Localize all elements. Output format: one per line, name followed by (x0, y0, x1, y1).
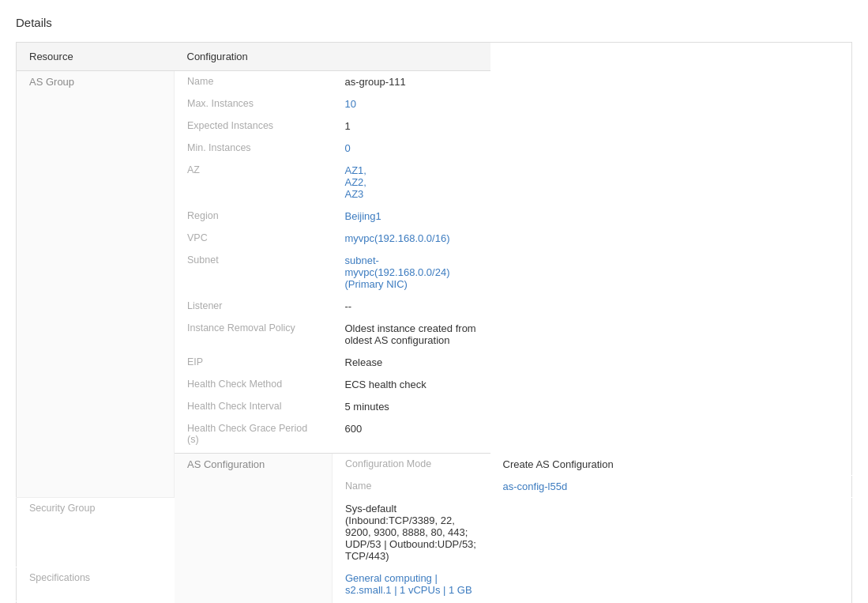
field-value: myvpc(192.168.0.0/16) (333, 228, 490, 250)
field-value: Sys-default (Inbound:TCP/3389, 22, 9200,… (333, 497, 490, 567)
field-label: Health Check Grace Period (s) (175, 418, 333, 454)
field-value: Release (333, 352, 490, 374)
field-label: Name (333, 475, 490, 497)
resource-label: AS Configuration (175, 454, 333, 604)
field-value: ECS health check (333, 374, 490, 396)
field-label: Security Group (17, 497, 175, 567)
field-value: -- (333, 296, 490, 318)
field-label: Specifications (17, 567, 175, 601)
field-value: Oldest instance created from oldest AS c… (333, 318, 490, 352)
field-label: Expected Instances (175, 115, 333, 138)
col-configuration: Configuration (175, 43, 490, 71)
field-label: Name (175, 71, 333, 93)
field-value: 600 (333, 418, 490, 454)
field-label: Health Check Interval (175, 396, 333, 418)
field-value: 5 minutes (333, 396, 490, 418)
field-value: AZ1,AZ2,AZ3 (333, 160, 490, 205)
table-row: SpecificationsGeneral computing | s2.sma… (17, 567, 852, 601)
field-value: as-group-111 (333, 71, 490, 93)
col-resource: Resource (17, 43, 175, 71)
resource-label: AS Group (17, 71, 175, 498)
field-label: Instance Removal Policy (175, 318, 333, 352)
field-label: Subnet (175, 250, 333, 296)
field-value: Beijing1 (333, 205, 490, 228)
az-value: AZ3 (345, 188, 478, 200)
table-row: AS GroupNameas-group-111 (17, 71, 852, 93)
field-value: subnet-myvpc(192.168.0.0/24)(Primary NIC… (333, 250, 490, 296)
field-label: Configuration Mode (333, 454, 490, 476)
page-title: Details (16, 16, 852, 29)
table-row: Security GroupSys-default (Inbound:TCP/3… (17, 497, 852, 567)
field-value: 1 (333, 115, 490, 138)
field-label: Max. Instances (175, 93, 333, 115)
field-label: AZ (175, 160, 333, 205)
field-value: 0 (333, 138, 490, 160)
field-label: VPC (175, 228, 333, 250)
field-value: as-config-l55d (490, 475, 852, 497)
field-label: Region (175, 205, 333, 228)
field-label: Min. Instances (175, 138, 333, 160)
field-label: Health Check Method (175, 374, 333, 396)
field-value: Create AS Configuration (490, 454, 852, 476)
az-value: AZ2, (345, 176, 478, 188)
field-value: General computing | s2.small.1 | 1 vCPUs… (333, 567, 490, 601)
az-value: AZ1, (345, 164, 478, 176)
field-value: 10 (333, 93, 490, 115)
field-label: Listener (175, 296, 333, 318)
field-label: EIP (175, 352, 333, 374)
